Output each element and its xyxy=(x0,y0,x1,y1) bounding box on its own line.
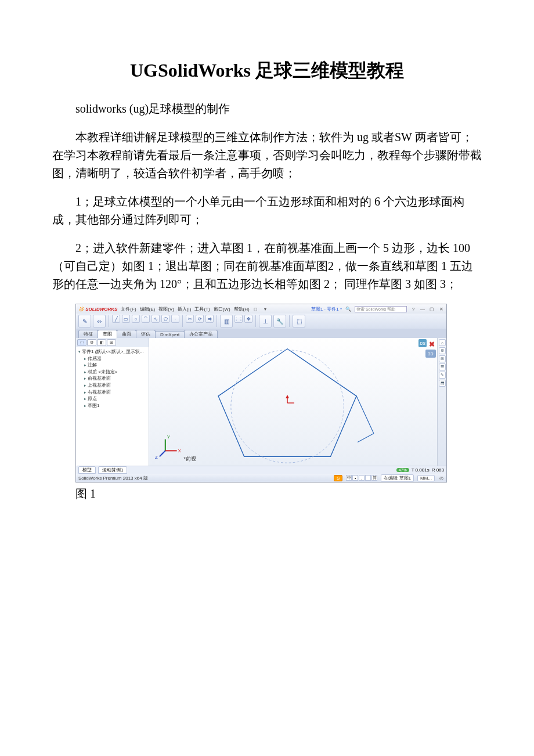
menu-window[interactable]: 窗口(W) xyxy=(214,306,230,312)
paragraph-2: 本教程详细讲解足球模型的三维立体制作方法；软件为 ug 或者SW 两者皆可；在学… xyxy=(52,128,482,182)
tree-item[interactable]: 传感器 xyxy=(84,355,146,362)
status-units[interactable]: MM... xyxy=(417,475,435,481)
construction-circle xyxy=(231,350,344,463)
graphics-area[interactable]: DS ✖ 3D xyxy=(149,338,437,466)
taskpane-icon[interactable]: ⚙ xyxy=(439,347,446,354)
convert-tool[interactable]: ⟳ xyxy=(196,315,204,323)
confirm-corner-cancel-icon[interactable]: ✖ xyxy=(429,340,435,348)
taskpane-icon[interactable]: ✎ xyxy=(439,372,446,379)
status-bar: SolidWorks Premium 2013 x64 版 S 中 • , 简 … xyxy=(76,474,446,482)
paragraph-3: 1；足球立体模型的一个小单元由一个五边形球面和相对的 6 个六边形球面构成，其他… xyxy=(52,193,482,229)
tab-evaluate[interactable]: 评估 xyxy=(136,330,156,338)
figure-caption: 图 1 xyxy=(75,486,482,502)
tree-tab-4[interactable]: ⊞ xyxy=(107,339,116,346)
tree-item[interactable]: 注解 xyxy=(84,362,146,369)
sw-corner-icon[interactable]: DS xyxy=(418,339,427,347)
rotate-3d-icon[interactable]: 3D xyxy=(425,350,436,358)
arc-tool[interactable]: ⌒ xyxy=(142,315,150,323)
minimize-icon[interactable]: — xyxy=(420,306,425,312)
search-icon[interactable]: 🔍 xyxy=(345,306,351,312)
ime-toolbar[interactable]: 中 • , 简 xyxy=(346,475,377,481)
tab-office[interactable]: 办公室产品 xyxy=(184,330,218,338)
taskpane-icon[interactable]: ⬒ xyxy=(439,380,446,387)
view-triad: Y X Z xyxy=(155,434,182,460)
repair-button[interactable]: 🔧 xyxy=(273,315,286,327)
perf-text: T 0.001s xyxy=(412,467,430,473)
paragraph-1: solidworks (ug)足球模型的制作 xyxy=(52,100,482,118)
ime-indicator-icon[interactable]: S xyxy=(334,475,342,481)
status-icon[interactable]: ◴ xyxy=(438,475,444,481)
command-tabs: 特征 草图 曲面 评估 DimXpert 办公室产品 xyxy=(76,329,446,338)
tab-sketch[interactable]: 草图 xyxy=(98,330,117,338)
line-tool[interactable]: ╱ xyxy=(112,315,120,323)
tree-tab-1[interactable]: ⬚ xyxy=(77,339,86,346)
edge-line xyxy=(358,434,374,442)
svg-text:Z: Z xyxy=(155,455,158,460)
spline-tool[interactable]: ∿ xyxy=(151,315,160,323)
rect-tool[interactable]: ▭ xyxy=(122,315,130,323)
menu-file[interactable]: 文件(F) xyxy=(121,306,136,312)
tree-tabs: ⬚ ⚙ ◧ ⊞ xyxy=(76,338,149,347)
menu-bar: 🔆 SOLIDWORKS 文件(F) 编辑(E) 视图(V) 插入(I) 工具(… xyxy=(76,304,446,314)
solidworks-screenshot: www.bdocx.com 🔆 SOLIDWORKS 文件(F) 编辑(E) 视… xyxy=(75,304,447,483)
tree-item[interactable]: 前视基准面 xyxy=(84,375,146,382)
pattern-tool[interactable]: ⋮⋮ xyxy=(234,315,243,323)
quick-snap-button[interactable]: ⬚ xyxy=(293,315,305,327)
tab-dimxpert[interactable]: DimXpert xyxy=(155,331,185,338)
solidworks-logo: 🔆 SOLIDWORKS xyxy=(78,307,117,312)
view-label: *前视 xyxy=(184,456,196,462)
tree-item[interactable]: 右视基准面 xyxy=(84,389,146,396)
page-title: UGSolidWorks 足球三维模型教程 xyxy=(52,58,482,84)
svg-line-5 xyxy=(160,451,165,456)
tab-features[interactable]: 特征 xyxy=(78,330,98,338)
menu-help[interactable]: 帮助(H) xyxy=(234,306,250,312)
menu-insert[interactable]: 插入(I) xyxy=(178,306,192,312)
maximize-icon[interactable]: ▢ xyxy=(429,306,435,312)
search-input[interactable]: 搜索 SolidWorks 帮助 xyxy=(355,306,407,312)
point-tool[interactable]: · xyxy=(171,315,179,323)
tree-item[interactable]: 上视基准面 xyxy=(84,382,146,389)
task-pane: ⌂ ⚙ ⊞ ☰ ✎ ⬒ xyxy=(437,338,446,466)
tree-root[interactable]: 零件1 (默认<<默认>_显示状... xyxy=(78,348,146,355)
close-icon[interactable]: ✕ xyxy=(438,306,444,312)
move-tool[interactable]: ✥ xyxy=(244,315,252,323)
status-mode: 在编辑 草图1 xyxy=(381,474,414,482)
edge-line xyxy=(356,396,374,433)
tree-tab-2[interactable]: ⚙ xyxy=(87,339,96,346)
polygon-tool[interactable]: ⬠ xyxy=(161,315,169,323)
mirror-tool[interactable]: ▥ xyxy=(220,315,233,327)
trim-tool[interactable]: ✂ xyxy=(186,315,194,323)
sketch-button[interactable]: ✎ xyxy=(78,315,91,327)
svg-text:Y: Y xyxy=(167,434,171,439)
tab-model[interactable]: 模型 xyxy=(78,466,96,474)
help-icon[interactable]: ? xyxy=(410,306,416,312)
feature-tree[interactable]: 零件1 (默认<<默认>_显示状... 传感器 注解 材质 <未指定> 前视基准… xyxy=(76,347,149,410)
menu-edit[interactable]: 编辑(E) xyxy=(140,306,156,312)
dimension-button[interactable]: ⇔ xyxy=(93,315,106,327)
tree-item[interactable]: 草图1 xyxy=(84,402,146,409)
svg-marker-2 xyxy=(286,395,289,398)
workspace: ⬚ ⚙ ◧ ⊞ 零件1 (默认<<默认>_显示状... 传感器 注解 材质 <未… xyxy=(76,338,446,466)
offset-tool[interactable]: ⇉ xyxy=(205,315,214,323)
taskpane-icon[interactable]: ⊞ xyxy=(439,355,446,362)
ribbon-toolbar: ✎ ⇔ ╱ ▭ ○ ⌒ ∿ ⬠ · ✂ ⟳ ⇉ ▥ ⋮⋮ ✥ ⊥ 🔧 ⬚ xyxy=(76,314,446,329)
toolbar-icon[interactable]: ◻ xyxy=(253,306,259,312)
sketch-canvas: Y X Z *前视 xyxy=(149,338,437,466)
menu-tools[interactable]: 工具(T) xyxy=(194,306,210,312)
performance-badge: 47% xyxy=(396,468,409,472)
tab-motion-study[interactable]: 运动算例1 xyxy=(98,466,127,474)
taskpane-icon[interactable]: ☰ xyxy=(439,363,446,370)
perf-text: R 063 xyxy=(432,467,444,473)
tree-item[interactable]: 原点 xyxy=(84,395,146,402)
tab-surfaces[interactable]: 曲面 xyxy=(117,330,136,338)
taskpane-icon[interactable]: ⌂ xyxy=(439,339,446,346)
feature-tree-panel: ⬚ ⚙ ◧ ⊞ 零件1 (默认<<默认>_显示状... 传感器 注解 材质 <未… xyxy=(76,338,149,466)
circle-tool[interactable]: ○ xyxy=(132,315,140,323)
relations-button[interactable]: ⊥ xyxy=(259,315,272,327)
toolbar-icon[interactable]: ▾ xyxy=(262,306,268,312)
config-tabs: 模型 运动算例1 47% T 0.001s R 063 xyxy=(76,466,446,474)
menu-view[interactable]: 视图(V) xyxy=(158,306,174,312)
tree-tab-3[interactable]: ◧ xyxy=(97,339,106,346)
tree-item[interactable]: 材质 <未指定> xyxy=(84,369,146,376)
breadcrumb: 草图1 · 零件1 * xyxy=(311,306,342,312)
